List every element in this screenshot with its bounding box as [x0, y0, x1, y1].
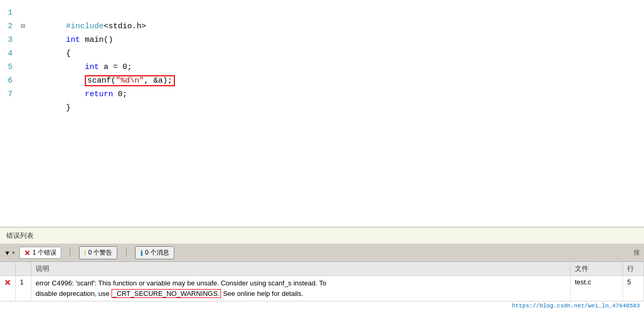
- code-line-5: 5 scanf("%d\n", &a);: [0, 61, 644, 74]
- fold-3: [21, 33, 28, 47]
- toolbar-right-button[interactable]: 搜: [634, 248, 640, 257]
- line-number-5: 5: [0, 61, 21, 74]
- fold-4: [21, 47, 28, 61]
- error-count-button[interactable]: ✕ 1 个错误: [19, 247, 61, 259]
- error-panel: 错误列表 ▼ ▾ ✕ 1 个错误 | ! 0 个警告 | ℹ 0 个消息 搜 说…: [0, 227, 644, 310]
- url-bar: https://blog.csdn.net/wei_ln_47648583: [0, 301, 644, 310]
- code-line-2: 2 ⊟ int main(): [0, 20, 644, 33]
- error-desc-line1: error C4996: 'scanf': This function or v…: [36, 278, 566, 289]
- th-num: [16, 262, 31, 276]
- error-table: 说明 文件 行 ✕ 1 error C4996: 'scanf': This f…: [0, 262, 644, 301]
- fold-7: [21, 88, 28, 101]
- line-number-2: 2: [0, 20, 21, 33]
- brace-close: }: [66, 104, 71, 112]
- url-text: https://blog.csdn.net/wei_ln_47648583: [512, 303, 640, 309]
- warning-count-button[interactable]: ! 0 个警告: [79, 246, 118, 259]
- th-line: 行: [623, 262, 644, 276]
- th-desc: 说明: [31, 262, 571, 276]
- fold-5: [21, 61, 28, 74]
- line-number-1: 1: [0, 6, 21, 20]
- error-toolbar: ▼ ▾ ✕ 1 个错误 | ! 0 个警告 | ℹ 0 个消息 搜: [0, 244, 644, 262]
- filter-arrow: ▾: [12, 249, 15, 256]
- line-number-6: 6: [0, 74, 21, 88]
- line-number-4: 4: [0, 47, 21, 61]
- error-row-icon: ✕: [0, 276, 16, 301]
- code-line-4: 4 int a = 0;: [0, 47, 644, 61]
- info-icon: ℹ: [140, 249, 143, 257]
- line-number-7: 7: [0, 88, 21, 101]
- line-number-3: 3: [0, 33, 21, 47]
- th-icon: [0, 262, 16, 276]
- filter-icon: ▼: [4, 249, 10, 257]
- code-line-1: 1 #include<stdio.h>: [0, 6, 644, 20]
- warning-icon: !: [84, 249, 86, 257]
- warning-count-label: 0 个警告: [88, 248, 112, 257]
- code-lines: 1 #include<stdio.h> 2 ⊟ int main() 3 { 4: [0, 4, 644, 104]
- info-count-label: 0 个消息: [145, 248, 169, 257]
- error-row-line: 5: [623, 276, 644, 301]
- fold-2[interactable]: ⊟: [21, 20, 28, 33]
- fold-6: [21, 74, 28, 88]
- error-panel-title: 错误列表: [0, 228, 644, 244]
- separator-2: |: [124, 248, 129, 258]
- code-line-6: 6 return 0;: [0, 74, 644, 88]
- error-panel-title-text: 错误列表: [6, 232, 34, 239]
- error-count-label: 1 个错误: [32, 248, 57, 257]
- filter-dropdown[interactable]: ▼ ▾: [4, 249, 15, 257]
- error-row-file: test.c: [571, 276, 623, 301]
- table-row[interactable]: ✕ 1 error C4996: 'scanf': This function …: [0, 276, 644, 301]
- th-file: 文件: [571, 262, 623, 276]
- separator-1: |: [68, 248, 73, 258]
- crt-warning-highlight: _CRT_SECURE_NO_WARNINGS.: [112, 289, 221, 298]
- fold-1: [21, 6, 28, 20]
- code-editor: 1 #include<stdio.h> 2 ⊟ int main() 3 { 4: [0, 0, 644, 227]
- code-content-7: }: [28, 88, 644, 129]
- error-row-desc: error C4996: 'scanf': This function or v…: [31, 276, 571, 301]
- error-desc-line2: disable deprecation, use _CRT_SECURE_NO_…: [36, 289, 566, 299]
- info-count-button[interactable]: ℹ 0 个消息: [135, 246, 174, 259]
- error-x-icon: ✕: [24, 249, 30, 257]
- error-circle-icon: ✕: [4, 278, 11, 287]
- error-row-num: 1: [16, 276, 31, 301]
- code-line-7: 7 }: [0, 88, 644, 101]
- code-line-3: 3 {: [0, 33, 644, 47]
- table-header-row: 说明 文件 行: [0, 262, 644, 276]
